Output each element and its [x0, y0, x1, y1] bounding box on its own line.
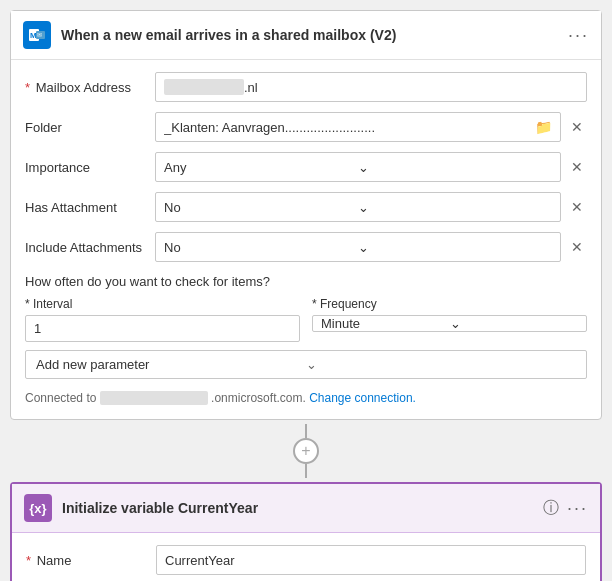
has-attachment-clear-button[interactable]: ✕ — [567, 197, 587, 217]
variable-info-button[interactable]: ⓘ — [543, 498, 559, 519]
change-connection-link[interactable]: Change connection. — [309, 391, 416, 405]
mailbox-field[interactable]: .nl — [155, 72, 587, 102]
folder-clear-button[interactable]: ✕ — [567, 117, 587, 137]
trigger-title: When a new email arrives in a shared mai… — [61, 27, 558, 43]
has-attachment-actions: ✕ — [567, 197, 587, 217]
add-step-button[interactable]: + — [293, 438, 319, 464]
trigger-card-header: M ✉ When a new email arrives in a shared… — [11, 11, 601, 60]
required-star-name: * — [26, 553, 31, 568]
frequency-question: How often do you want to check for items… — [25, 274, 587, 289]
connected-suffix: .onmicrosoft.com. — [211, 391, 306, 405]
variable-card: {x} Initialize variable CurrentYear ⓘ ··… — [10, 482, 602, 581]
frequency-arrow-icon: ⌄ — [450, 316, 579, 331]
variable-card-title: Initialize variable CurrentYear — [62, 500, 533, 516]
add-param-label: Add new parameter — [36, 357, 306, 372]
folder-input[interactable] — [164, 120, 535, 135]
include-attachments-actions: ✕ — [567, 237, 587, 257]
add-param-row[interactable]: Add new parameter ⌄ — [25, 350, 587, 379]
interval-frequency-row: * Interval * Frequency Minute ⌄ — [25, 297, 587, 342]
folder-field[interactable]: 📁 — [155, 112, 561, 142]
mailbox-blurred — [164, 79, 244, 95]
importance-label: Importance — [25, 160, 155, 175]
frequency-select[interactable]: Minute ⌄ — [312, 315, 587, 332]
folder-icon: 📁 — [535, 119, 552, 135]
folder-label: Folder — [25, 120, 155, 135]
required-star-mailbox: * — [25, 80, 30, 95]
variable-header-actions: ⓘ ··· — [543, 498, 588, 519]
trigger-dots-button[interactable]: ··· — [568, 25, 589, 46]
var-name-row: * Name — [26, 543, 586, 577]
folder-row: Folder 📁 ✕ — [25, 110, 587, 144]
add-param-arrow-icon: ⌄ — [306, 357, 576, 372]
has-attachment-select[interactable]: No ⌄ — [155, 192, 561, 222]
connected-account-blurred — [100, 391, 208, 405]
mailbox-label: * Mailbox Address — [25, 80, 155, 95]
connector-vertical-bottom — [305, 464, 307, 478]
variable-dots-button[interactable]: ··· — [567, 498, 588, 519]
include-attachments-label: Include Attachments — [25, 240, 155, 255]
has-attachment-row: Has Attachment No ⌄ ✕ — [25, 190, 587, 224]
var-name-label: * Name — [26, 553, 156, 568]
include-attachments-clear-button[interactable]: ✕ — [567, 237, 587, 257]
importance-actions: ✕ — [567, 157, 587, 177]
connected-row: Connected to .onmicrosoft.com. Change co… — [25, 387, 587, 409]
connector-line: + — [10, 424, 602, 478]
frequency-label: * Frequency — [312, 297, 587, 311]
importance-value: Any — [164, 160, 358, 175]
interval-label: * Interval — [25, 297, 300, 311]
frequency-value: Minute — [321, 316, 450, 331]
connected-prefix: Connected to — [25, 391, 96, 405]
variable-card-body: * Name * Type String ⌄ Value MRW- fx — [12, 533, 600, 581]
importance-arrow-icon: ⌄ — [358, 160, 552, 175]
importance-clear-button[interactable]: ✕ — [567, 157, 587, 177]
interval-input[interactable] — [25, 315, 300, 342]
has-attachment-arrow-icon: ⌄ — [358, 200, 552, 215]
mailbox-suffix: .nl — [244, 80, 258, 95]
has-attachment-label: Has Attachment — [25, 200, 155, 215]
svg-text:✉: ✉ — [37, 32, 42, 38]
folder-actions: ✕ — [567, 117, 587, 137]
interval-group: * Interval — [25, 297, 300, 342]
trigger-card: M ✉ When a new email arrives in a shared… — [10, 10, 602, 420]
frequency-group: * Frequency Minute ⌄ — [312, 297, 587, 332]
include-attachments-value: No — [164, 240, 358, 255]
variable-icon: {x} — [24, 494, 52, 522]
include-attachments-select[interactable]: No ⌄ — [155, 232, 561, 262]
include-attachments-row: Include Attachments No ⌄ ✕ — [25, 230, 587, 264]
var-name-input[interactable] — [156, 545, 586, 575]
connector-vertical-top — [305, 424, 307, 438]
importance-row: Importance Any ⌄ ✕ — [25, 150, 587, 184]
variable-card-header: {x} Initialize variable CurrentYear ⓘ ··… — [12, 484, 600, 533]
include-attachments-arrow-icon: ⌄ — [358, 240, 552, 255]
mailbox-row: * Mailbox Address .nl — [25, 70, 587, 104]
has-attachment-value: No — [164, 200, 358, 215]
importance-select[interactable]: Any ⌄ — [155, 152, 561, 182]
outlook-icon: M ✉ — [23, 21, 51, 49]
trigger-card-body: * Mailbox Address .nl Folder 📁 ✕ Importa… — [11, 60, 601, 419]
svg-text:M: M — [30, 31, 37, 40]
